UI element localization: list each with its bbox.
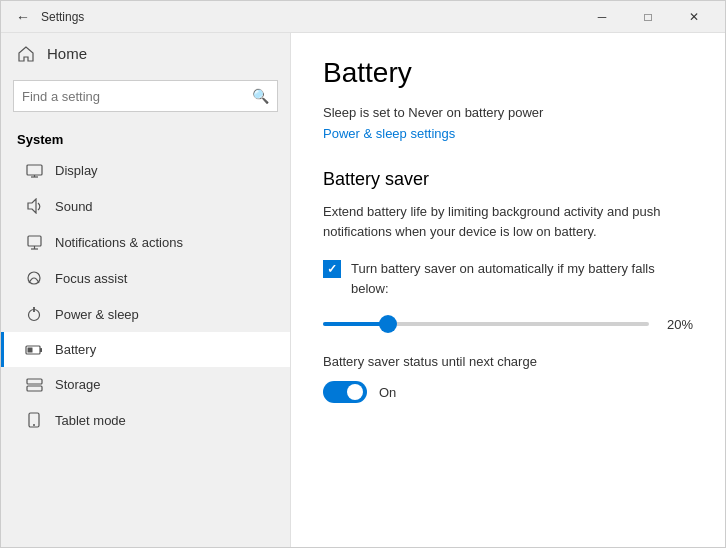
checkbox-label: Turn battery saver on automatically if m… xyxy=(351,259,693,298)
svg-rect-12 xyxy=(28,347,33,352)
slider-value: 20% xyxy=(661,317,693,332)
battery-saver-title: Battery saver xyxy=(323,169,693,190)
sidebar-item-tablet[interactable]: Tablet mode xyxy=(1,402,290,438)
minimize-button[interactable]: ─ xyxy=(579,1,625,33)
sidebar-item-sound[interactable]: Sound xyxy=(1,188,290,224)
svg-rect-11 xyxy=(40,348,42,352)
svg-rect-0 xyxy=(27,165,42,175)
svg-rect-13 xyxy=(27,379,42,384)
toggle-row: On xyxy=(323,381,693,403)
battery-threshold-slider[interactable] xyxy=(323,314,649,334)
sidebar-item-home[interactable]: Home xyxy=(1,33,290,74)
svg-point-16 xyxy=(33,424,35,426)
sound-label: Sound xyxy=(55,199,93,214)
svg-rect-4 xyxy=(28,236,41,246)
titlebar-title: Settings xyxy=(41,10,579,24)
sleep-info-text: Sleep is set to Never on battery power xyxy=(323,105,693,120)
battery-saver-toggle[interactable] xyxy=(323,381,367,403)
power-sleep-link[interactable]: Power & sleep settings xyxy=(323,126,455,141)
window: ← Settings ─ □ ✕ Home 🔍 xyxy=(0,0,726,548)
tablet-label: Tablet mode xyxy=(55,413,126,428)
battery-saver-description: Extend battery life by limiting backgrou… xyxy=(323,202,693,241)
display-icon xyxy=(25,164,43,178)
tablet-icon xyxy=(25,412,43,428)
slider-track xyxy=(323,322,649,326)
home-label: Home xyxy=(47,45,87,62)
window-controls: ─ □ ✕ xyxy=(579,1,717,33)
right-panel: Battery Sleep is set to Never on battery… xyxy=(291,33,725,547)
search-input[interactable] xyxy=(14,89,244,104)
battery-label: Battery xyxy=(55,342,96,357)
slider-thumb[interactable] xyxy=(379,315,397,333)
sidebar-item-battery[interactable]: Battery xyxy=(1,332,290,367)
focus-label: Focus assist xyxy=(55,271,127,286)
checkbox-row: Turn battery saver on automatically if m… xyxy=(323,259,693,298)
sidebar-item-focus[interactable]: Focus assist xyxy=(1,260,290,296)
focus-icon xyxy=(25,270,43,286)
sidebar-item-notifications[interactable]: Notifications & actions xyxy=(1,224,290,260)
back-button[interactable]: ← xyxy=(9,3,37,31)
sidebar-section-title: System xyxy=(1,124,290,153)
search-icon: 🔍 xyxy=(244,88,277,104)
display-label: Display xyxy=(55,163,98,178)
sidebar-item-power[interactable]: Power & sleep xyxy=(1,296,290,332)
page-title: Battery xyxy=(323,57,693,89)
svg-rect-14 xyxy=(27,386,42,391)
storage-label: Storage xyxy=(55,377,101,392)
sidebar-item-display[interactable]: Display xyxy=(1,153,290,188)
close-button[interactable]: ✕ xyxy=(671,1,717,33)
notifications-icon xyxy=(25,234,43,250)
storage-icon xyxy=(25,378,43,392)
status-label: Battery saver status until next charge xyxy=(323,354,693,369)
search-box: 🔍 xyxy=(13,80,278,112)
home-icon xyxy=(17,46,35,62)
battery-saver-checkbox[interactable] xyxy=(323,260,341,278)
toggle-label: On xyxy=(379,385,396,400)
main-content: Home 🔍 System Display xyxy=(1,33,725,547)
sidebar: Home 🔍 System Display xyxy=(1,33,291,547)
sound-icon xyxy=(25,198,43,214)
maximize-button[interactable]: □ xyxy=(625,1,671,33)
power-label: Power & sleep xyxy=(55,307,139,322)
notifications-label: Notifications & actions xyxy=(55,235,183,250)
titlebar: ← Settings ─ □ ✕ xyxy=(1,1,725,33)
slider-row: 20% xyxy=(323,314,693,334)
sidebar-item-storage[interactable]: Storage xyxy=(1,367,290,402)
svg-marker-3 xyxy=(28,199,36,213)
battery-icon xyxy=(25,344,43,356)
power-icon xyxy=(25,306,43,322)
